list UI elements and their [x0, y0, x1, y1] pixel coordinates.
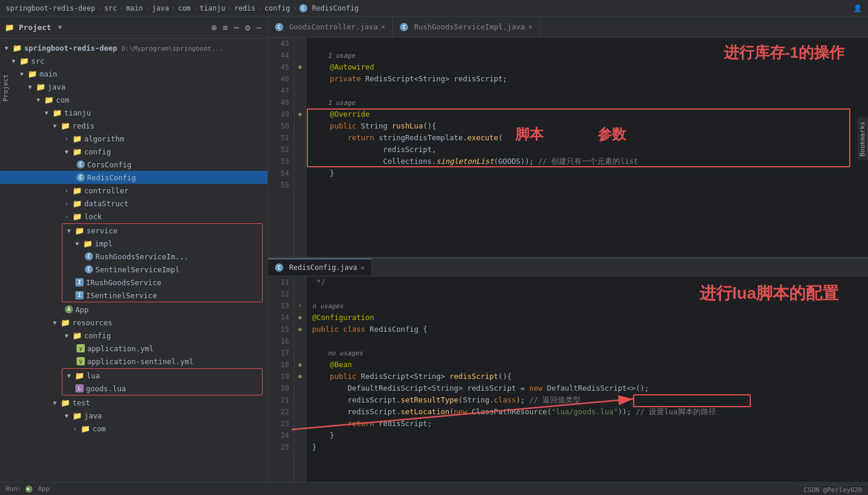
- locate-icon[interactable]: ⊕: [210, 21, 218, 34]
- sidebar-toolbar: 📁 Project ▼ ⊕ ≡ ⋯ ⚙ —: [0, 16, 267, 39]
- minimize-icon[interactable]: —: [255, 21, 263, 34]
- editor-area: C GoodsController.java ✕ C RushGoodsServ…: [268, 16, 868, 495]
- breadcrumb-item-0[interactable]: springboot-redis-deep: [6, 4, 95, 12]
- corsconfig-icon: C: [77, 160, 85, 169]
- app-icon: A: [65, 305, 73, 314]
- tree-resources-config[interactable]: ▼ 📁 config: [0, 329, 267, 342]
- appyml-icon: y: [77, 344, 85, 352]
- upper-line-50: public String rushLua(){: [312, 120, 868, 132]
- upper-line-53: Collections.singletonList(GOODS)); // 创建…: [312, 156, 868, 167]
- tree-lock[interactable]: › 📁 lock: [0, 210, 267, 223]
- service-folder-icon: 📁: [75, 226, 84, 235]
- breadcrumb-item-5[interactable]: tianju: [200, 4, 225, 12]
- tree-rushgoodsserviceimpl[interactable]: C RushGoodsServiceIm...: [62, 250, 262, 263]
- tree-algorithm[interactable]: › 📁 algorithm: [0, 132, 267, 145]
- upper-line-47: [312, 85, 868, 97]
- run-app-name: App: [38, 485, 50, 493]
- editor-upper: 43 44 45 46 47 48 49 50 51 52 53 54 55: [268, 38, 868, 259]
- tree-redisconfig[interactable]: C RedisConfig: [0, 171, 267, 184]
- tianju-folder-icon: 📁: [52, 108, 62, 117]
- tree-config[interactable]: ▼ 📁 config: [0, 145, 267, 158]
- tree-test[interactable]: ▼ 📁 test: [0, 396, 267, 409]
- tree-src[interactable]: ▼ 📁 src: [0, 54, 267, 67]
- java-folder-icon: 📁: [36, 82, 45, 91]
- editor-split: 43 44 45 46 47 48 49 50 51 52 53 54 55: [268, 38, 868, 495]
- impl-folder-icon: 📁: [83, 239, 92, 248]
- tree-com[interactable]: ▼ 📁 com: [0, 93, 267, 106]
- tree-redis[interactable]: ▼ 📁 redis: [0, 119, 267, 132]
- breadcrumb-item-1[interactable]: src: [104, 4, 117, 12]
- lower-code-lines: */ n usages @Configuration public class …: [306, 276, 868, 496]
- tree-java[interactable]: ▼ 📁 java: [0, 80, 267, 93]
- lua-folder-icon: 📁: [75, 371, 84, 380]
- project-panel-label[interactable]: Project: [0, 71, 11, 105]
- collapse-icon[interactable]: ≡: [221, 21, 229, 34]
- breadcrumb-item-2[interactable]: main: [126, 4, 143, 12]
- lower-line-18: @Bean: [312, 359, 868, 371]
- tree-impl[interactable]: ▼ 📁 impl: [62, 237, 262, 250]
- breadcrumb-item-6[interactable]: redis: [234, 4, 256, 12]
- tree-controller[interactable]: › 📁 controller: [0, 184, 267, 197]
- redisconfig-icon: C: [77, 173, 85, 182]
- testcom-folder-icon: 📁: [81, 424, 90, 433]
- tree-app[interactable]: A App: [0, 303, 267, 316]
- sidebar-icons: ⊕ ≡ ⋯ ⚙ —: [210, 21, 263, 34]
- breadcrumb-item-3[interactable]: java: [152, 4, 169, 12]
- tree-goodslua[interactable]: L goods.lua: [62, 382, 262, 395]
- breadcrumb-item-7[interactable]: config: [264, 4, 290, 12]
- controller-folder-icon: 📁: [72, 186, 82, 195]
- breadcrumb-item-8[interactable]: RedisConfig: [312, 4, 359, 12]
- lower-line-17: no usages: [312, 347, 868, 359]
- tree-datastruct[interactable]: › 📁 dataStruct: [0, 197, 267, 210]
- src-folder-icon: 📁: [19, 57, 29, 65]
- lower-line-14: @Configuration: [312, 312, 868, 324]
- upper-code-container: 43 44 45 46 47 48 49 50 51 52 53 54 55: [268, 38, 868, 257]
- lower-line-23: return redisScript;: [312, 418, 868, 430]
- rg-tab-close[interactable]: ✕: [528, 23, 532, 31]
- tree-test-com[interactable]: › 📁 com: [0, 422, 267, 435]
- user-icon: 👤: [853, 4, 862, 12]
- tab-rushgoodsserviceimpl[interactable]: C RushGoodsServiceImpl.java ✕: [393, 16, 540, 38]
- tree-irushgoodsservice[interactable]: I IRushGoodsService: [62, 276, 262, 289]
- rc-tab-close[interactable]: ✕: [361, 264, 365, 272]
- lower-line-16: [312, 335, 868, 347]
- upper-line-54: }: [312, 167, 868, 179]
- run-bar: Run: ▶ App: [0, 482, 868, 495]
- settings-icon[interactable]: ⋯: [233, 21, 240, 34]
- run-label: Run:: [6, 485, 22, 493]
- res-config-folder-icon: 📁: [72, 331, 82, 340]
- tree-service[interactable]: ▼ 📁 service: [62, 224, 262, 237]
- tree-appyml[interactable]: y application.yml: [0, 342, 267, 355]
- tree-sentinelserviceimpl[interactable]: C SentinelServiceImpl: [62, 263, 262, 276]
- sidebar-dropdown[interactable]: ▼: [58, 24, 62, 31]
- tree-tianju[interactable]: ▼ 📁 tianju: [0, 106, 267, 119]
- lower-code-container: 11 12 13 14 15 16 17 18 19 20 21 22 23 2…: [268, 276, 868, 496]
- upper-line-51: return stringRedisTemplate.execute(: [312, 132, 868, 144]
- tree-corsconfig[interactable]: C CorsConfig: [0, 158, 267, 171]
- tree-main[interactable]: ▼ 📁 main: [0, 67, 267, 80]
- upper-line-55: [312, 179, 868, 191]
- tree-resources[interactable]: ▼ 📁 resources: [0, 316, 267, 329]
- tab-goodscontroller[interactable]: C GoodsController.java ✕: [268, 16, 393, 38]
- lower-line-21: redisScript.setResultType(String.class);…: [312, 394, 868, 406]
- tree-lua[interactable]: ▼ 📁 lua: [62, 369, 262, 382]
- tab-redisconfig[interactable]: C RedisConfig.java ✕: [268, 258, 372, 276]
- upper-gutter: ● ●: [294, 38, 306, 257]
- isentinel-icon: I: [75, 291, 84, 299]
- testjava-folder-icon: 📁: [72, 411, 82, 420]
- tree-root[interactable]: ▼ 📁 springboot-redis-deep D:\Myprogram\s…: [0, 41, 267, 54]
- tree-sentinelyml[interactable]: y application-sentinel.yml: [0, 355, 267, 368]
- upper-line-49: @Override: [312, 108, 868, 120]
- gear-icon[interactable]: ⚙: [244, 21, 251, 34]
- tree-isentinelservice[interactable]: I ISentinelService: [62, 289, 262, 302]
- lower-line-24: }: [312, 430, 868, 441]
- sentinelyml-icon: y: [77, 357, 85, 365]
- upper-tab-bar: C GoodsController.java ✕ C RushGoodsServ…: [268, 16, 868, 38]
- breadcrumb-item-4[interactable]: com: [178, 4, 191, 12]
- gc-tab-close[interactable]: ✕: [382, 23, 386, 31]
- tree-test-java[interactable]: ▼ 📁 java: [0, 409, 267, 422]
- bookmarks-label[interactable]: Bookmarks: [857, 118, 868, 160]
- sidebar-title: Project: [19, 23, 51, 32]
- lower-line-25: }: [312, 441, 868, 453]
- upper-code-lines: 1 usage @Autowired private RedisScript<S…: [306, 38, 868, 257]
